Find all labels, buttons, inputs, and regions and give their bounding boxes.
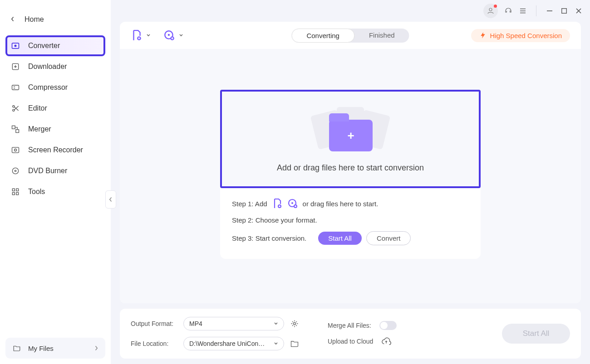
svg-rect-8 bbox=[12, 147, 19, 153]
folder-illustration: + bbox=[314, 107, 387, 152]
chevron-left-icon bbox=[11, 15, 15, 24]
add-file-button[interactable] bbox=[131, 29, 151, 41]
add-dvd-button[interactable] bbox=[163, 29, 183, 41]
svg-rect-12 bbox=[12, 189, 15, 191]
compressor-icon bbox=[11, 83, 20, 92]
sidebar-item-merger[interactable]: Merger bbox=[5, 119, 105, 140]
window-close-button[interactable] bbox=[575, 7, 583, 15]
output-settings-button[interactable] bbox=[290, 319, 300, 329]
user-icon bbox=[487, 7, 495, 15]
maximize-icon bbox=[561, 8, 567, 14]
divider bbox=[536, 5, 536, 16]
gear-icon bbox=[290, 319, 299, 328]
sidebar-item-editor[interactable]: Editor bbox=[5, 98, 105, 119]
svg-rect-14 bbox=[12, 193, 15, 195]
svg-rect-3 bbox=[12, 85, 19, 90]
minimize-icon bbox=[546, 7, 553, 15]
sidebar-item-label: Screen Recorder bbox=[28, 146, 83, 154]
close-icon bbox=[575, 7, 582, 15]
sidebar-item-dvd-burner[interactable]: DVD Burner bbox=[5, 160, 105, 181]
sidebar-home[interactable]: Home bbox=[5, 9, 105, 30]
merge-toggle[interactable] bbox=[379, 321, 397, 330]
high-speed-conversion-button[interactable]: High Speed Conversion bbox=[471, 29, 570, 42]
content-card: Converting Finished High Speed Conversio… bbox=[120, 22, 581, 303]
step-1: Step 1: Add or drag files here to start. bbox=[232, 198, 469, 209]
account-button[interactable] bbox=[483, 4, 498, 18]
my-files-button[interactable]: My Files bbox=[5, 338, 105, 359]
chevron-down-icon bbox=[274, 341, 278, 346]
svg-rect-7 bbox=[16, 130, 19, 133]
body-area: + Add or drag files here to start conver… bbox=[120, 49, 581, 303]
steps-panel: Step 1: Add or drag files here to start.… bbox=[220, 188, 481, 259]
sidebar-item-tools[interactable]: Tools bbox=[5, 181, 105, 202]
converter-icon bbox=[11, 41, 20, 50]
tabs: Converting Finished bbox=[291, 29, 409, 43]
chevron-down-icon bbox=[146, 33, 151, 38]
sidebar-item-converter[interactable]: Converter bbox=[5, 35, 105, 56]
notification-dot bbox=[494, 5, 497, 8]
merge-label: Merge All Files: bbox=[328, 322, 371, 329]
tab-converting[interactable]: Converting bbox=[291, 29, 354, 43]
titlebar bbox=[111, 0, 590, 22]
output-format-value: MP4 bbox=[189, 320, 202, 327]
sidebar-item-label: Merger bbox=[28, 125, 51, 133]
file-location-select[interactable]: D:\Wondershare UniConverter 1 bbox=[183, 337, 284, 350]
start-all-footer-button[interactable]: Start All bbox=[502, 324, 570, 344]
merger-icon bbox=[11, 125, 20, 134]
support-button[interactable] bbox=[504, 7, 512, 15]
convert-button[interactable]: Convert bbox=[366, 231, 411, 245]
sidebar-item-screen-recorder[interactable]: Screen Recorder bbox=[5, 140, 105, 160]
sidebar-item-label: Compressor bbox=[28, 83, 68, 92]
file-location-value: D:\Wondershare UniConverter 1 bbox=[189, 340, 266, 347]
sidebar-item-label: Editor bbox=[28, 104, 47, 112]
upload-row[interactable]: Upload to Cloud bbox=[328, 336, 397, 346]
footer: Output Format: MP4 File Location: D:\Won… bbox=[120, 309, 581, 359]
start-all-button[interactable]: Start All bbox=[318, 232, 362, 245]
cloud-upload-icon bbox=[381, 336, 391, 346]
window-maximize-button[interactable] bbox=[560, 7, 568, 15]
window-minimize-button[interactable] bbox=[546, 7, 554, 15]
output-format-label: Output Format: bbox=[131, 320, 178, 327]
open-folder-button[interactable] bbox=[290, 339, 300, 349]
tab-finished[interactable]: Finished bbox=[354, 29, 409, 43]
sidebar-item-label: Converter bbox=[28, 42, 60, 50]
svg-point-10 bbox=[12, 168, 18, 174]
sidebar-item-label: DVD Burner bbox=[28, 167, 67, 175]
hamburger-icon bbox=[519, 7, 527, 15]
disc-plus-icon bbox=[163, 29, 175, 41]
main-area: Converting Finished High Speed Conversio… bbox=[111, 0, 590, 364]
hsc-label: High Speed Conversion bbox=[490, 32, 562, 39]
chevron-down-icon bbox=[179, 33, 183, 38]
file-plus-icon bbox=[131, 29, 143, 41]
dropzone[interactable]: + Add or drag files here to start conver… bbox=[220, 90, 481, 188]
sidebar-item-compressor[interactable]: Compressor bbox=[5, 77, 105, 98]
my-files-label: My Files bbox=[28, 345, 54, 352]
sidebar-item-downloader[interactable]: Downloader bbox=[5, 56, 105, 77]
svg-rect-6 bbox=[12, 126, 15, 129]
step-1-post: or drag files here to start. bbox=[303, 200, 379, 208]
step-3: Step 3: Start conversion. Start All Conv… bbox=[232, 231, 469, 245]
step-1-pre: Step 1: Add bbox=[232, 200, 267, 208]
svg-point-11 bbox=[15, 170, 16, 171]
svg-point-16 bbox=[489, 8, 492, 11]
upload-label: Upload to Cloud bbox=[328, 338, 373, 345]
step-3-text: Step 3: Start conversion. bbox=[232, 234, 306, 242]
folder-icon bbox=[290, 339, 299, 348]
sidebar-item-label: Tools bbox=[28, 188, 45, 196]
svg-point-9 bbox=[15, 149, 17, 151]
folder-icon bbox=[13, 344, 21, 352]
svg-point-26 bbox=[294, 323, 296, 325]
drop-card: + Add or drag files here to start conver… bbox=[220, 90, 481, 259]
dropzone-text: Add or drag files here to start conversi… bbox=[277, 163, 424, 173]
disc-plus-icon bbox=[287, 198, 298, 209]
svg-rect-13 bbox=[16, 189, 19, 191]
headset-icon bbox=[504, 6, 512, 15]
folder-plus-icon: + bbox=[329, 120, 373, 151]
sidebar: Home Converter Downloader Compressor Edi… bbox=[0, 0, 111, 364]
file-plus-icon bbox=[272, 198, 283, 209]
svg-point-20 bbox=[168, 34, 170, 36]
output-format-select[interactable]: MP4 bbox=[183, 317, 284, 330]
merge-row: Merge All Files: bbox=[328, 321, 397, 330]
svg-point-24 bbox=[291, 202, 293, 204]
menu-button[interactable] bbox=[519, 7, 527, 15]
